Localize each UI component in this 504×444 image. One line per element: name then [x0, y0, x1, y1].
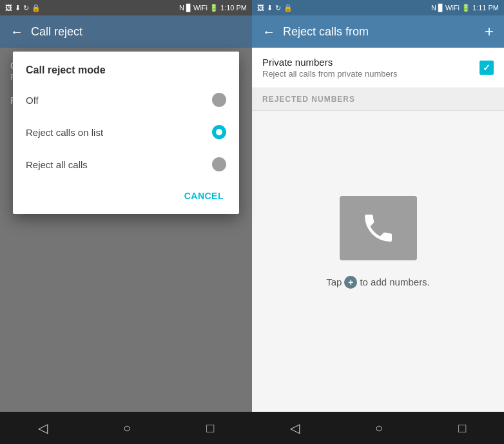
to-add-text: to add numbers.	[360, 276, 429, 287]
photo-icon: 🖼	[5, 4, 12, 12]
right-download-icon: ⬇	[267, 4, 273, 12]
right-back-button[interactable]: ←	[262, 24, 275, 39]
left-panel: 🖼 ⬇ ↻ 🔒 N ▊ WiFi 🔋 1:10 PM ← Call reject…	[0, 0, 252, 444]
left-time: 1:10 PM	[220, 4, 247, 12]
cancel-button[interactable]: CANCEL	[177, 186, 231, 206]
private-numbers-title: Private numbers	[262, 57, 398, 68]
option-reject-all[interactable]: Reject all calls	[13, 148, 239, 180]
option-reject-list-radio[interactable]	[212, 125, 226, 139]
right-signal-icon: ▊	[438, 4, 443, 12]
sync-icon: ↻	[23, 4, 29, 12]
empty-state: Tap + to add numbers.	[252, 111, 504, 412]
dialog-actions: CANCEL	[13, 180, 239, 214]
empty-state-text: Tap + to add numbers.	[326, 276, 430, 289]
rejected-numbers-label: REJECTED NUMBERS	[262, 95, 355, 104]
right-photo-icon: 🖼	[257, 4, 264, 12]
option-off[interactable]: Off	[13, 84, 239, 116]
right-toolbar: ← Reject calls from +	[252, 15, 504, 48]
right-sync-icon: ↻	[275, 4, 281, 12]
private-numbers-checkbox[interactable]	[480, 61, 494, 75]
private-numbers-section: Private numbers Reject all calls from pr…	[252, 48, 504, 88]
tap-text: Tap	[326, 276, 342, 287]
left-status-right: N ▊ WiFi 🔋 1:10 PM	[179, 4, 247, 12]
phone-icon	[360, 210, 396, 246]
left-status-icons: 🖼 ⬇ ↻ 🔒	[5, 4, 41, 12]
right-time: 1:11 PM	[472, 4, 499, 12]
right-status-bar: 🖼 ⬇ ↻ 🔒 N ▊ WiFi 🔋 1:11 PM	[252, 0, 504, 15]
right-toolbar-left: ← Reject calls from	[262, 24, 369, 39]
right-nav-bar: ◁ ○ □	[252, 412, 504, 444]
rejected-numbers-header: REJECTED NUMBERS	[252, 88, 504, 111]
wifi-icon: WiFi	[193, 4, 208, 12]
right-panel: 🖼 ⬇ ↻ 🔒 N ▊ WiFi 🔋 1:11 PM ← Reject call…	[252, 0, 504, 444]
home-nav-icon[interactable]: ○	[123, 421, 131, 436]
right-back-nav-icon[interactable]: ◁	[290, 420, 300, 436]
add-circle-icon[interactable]: +	[344, 276, 357, 289]
add-number-button[interactable]: +	[485, 23, 494, 41]
left-back-button[interactable]: ←	[10, 24, 23, 39]
back-nav-icon[interactable]: ◁	[38, 420, 48, 436]
left-toolbar: ← Call reject	[0, 15, 252, 48]
left-status-bar: 🖼 ⬇ ↻ 🔒 N ▊ WiFi 🔋 1:10 PM	[0, 0, 252, 15]
vpn-icon: 🔒	[32, 4, 41, 12]
phone-icon-box	[340, 196, 417, 260]
option-reject-all-radio[interactable]	[212, 157, 226, 171]
right-home-nav-icon[interactable]: ○	[375, 421, 383, 436]
download-icon: ⬇	[15, 4, 21, 12]
left-nav-bar: ◁ ○ □	[0, 412, 252, 444]
right-nfc-icon: N	[431, 4, 436, 12]
dialog-title: Call reject mode	[13, 52, 239, 84]
private-numbers-subtitle: Reject all calls from private numbers	[262, 69, 398, 79]
right-recent-nav-icon[interactable]: □	[458, 421, 466, 436]
battery-icon: 🔋	[209, 4, 218, 12]
right-wifi-icon: WiFi	[445, 4, 460, 12]
right-toolbar-title: Reject calls from	[283, 25, 369, 39]
private-numbers-text: Private numbers Reject all calls from pr…	[262, 57, 398, 79]
nfc-icon: N	[179, 4, 184, 12]
option-off-label: Off	[26, 95, 39, 106]
call-reject-dialog: Call reject mode Off Reject calls on lis…	[13, 52, 239, 214]
option-reject-list-label: Reject calls on list	[26, 127, 103, 138]
recent-nav-icon[interactable]: □	[206, 421, 214, 436]
right-status-right: N ▊ WiFi 🔋 1:11 PM	[431, 4, 499, 12]
option-off-radio[interactable]	[212, 93, 226, 107]
right-vpn-icon: 🔒	[284, 4, 293, 12]
right-battery-icon: 🔋	[461, 4, 470, 12]
option-reject-list[interactable]: Reject calls on list	[13, 116, 239, 148]
right-status-icons: 🖼 ⬇ ↻ 🔒	[257, 4, 293, 12]
signal-icon: ▊	[186, 4, 191, 12]
left-toolbar-title: Call reject	[31, 25, 82, 39]
option-reject-all-label: Reject all calls	[26, 159, 88, 170]
